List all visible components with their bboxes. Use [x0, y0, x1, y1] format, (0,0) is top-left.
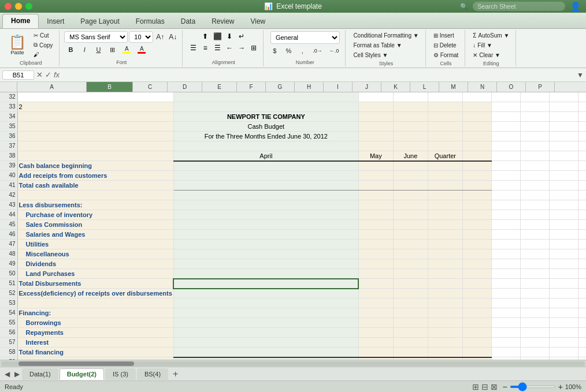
cell-c57[interactable] [358, 338, 393, 348]
cell-f53[interactable] [462, 298, 491, 308]
cell-a47[interactable]: Utilities [17, 240, 173, 249]
cell-e54[interactable] [428, 308, 462, 318]
cell-c44[interactable] [358, 210, 393, 220]
cell-j51[interactable] [578, 279, 586, 289]
cell-i32[interactable] [549, 92, 578, 102]
cell-d34[interactable] [393, 112, 428, 122]
cell-c51[interactable] [358, 279, 393, 289]
cell-f49[interactable] [462, 259, 491, 269]
row-number[interactable]: 36 [0, 132, 17, 141]
cell-d50[interactable] [393, 269, 428, 279]
increase-font-button[interactable]: A↑ [154, 31, 166, 43]
cell-h44[interactable] [520, 210, 549, 220]
cell-b49[interactable] [173, 259, 358, 269]
cell-h41[interactable] [520, 181, 549, 191]
cell-d32[interactable] [393, 92, 428, 102]
cell-d45[interactable] [393, 220, 428, 230]
cell-i36[interactable] [549, 132, 578, 141]
cell-d55[interactable] [393, 318, 428, 328]
tab-view[interactable]: View [242, 15, 273, 28]
add-sheet-button[interactable]: + [169, 368, 181, 380]
cell-d51[interactable] [393, 279, 428, 289]
cell-a45[interactable]: Sales Commission [17, 220, 173, 230]
indent-decrease-button[interactable]: ← [224, 43, 235, 53]
row-number[interactable]: 50 [0, 269, 17, 279]
col-header-d[interactable]: D [168, 82, 202, 92]
zoom-in-button[interactable]: + [558, 382, 563, 391]
border-button[interactable]: ⊞ [106, 44, 118, 55]
conditional-formatting-button[interactable]: Conditional Formatting ▼ [350, 31, 421, 40]
cell-d49[interactable] [393, 259, 428, 269]
cell-d39[interactable] [393, 161, 428, 171]
cell-f37[interactable] [462, 141, 491, 151]
cell-h38[interactable] [520, 151, 549, 161]
cell-b34[interactable]: NEWPORT TIE COMPANY [173, 112, 358, 122]
cell-h32[interactable] [520, 92, 549, 102]
cell-h43[interactable] [520, 200, 549, 210]
cell-a49[interactable]: Dividends [17, 259, 173, 269]
cell-h50[interactable] [520, 269, 549, 279]
cell-g36[interactable] [491, 132, 520, 141]
cell-e57[interactable] [428, 338, 462, 348]
cell-c58[interactable] [358, 348, 393, 357]
cell-b48[interactable] [173, 249, 358, 259]
cell-a41[interactable]: Total cash available [17, 181, 173, 191]
currency-button[interactable]: $ [268, 45, 281, 57]
cell-reference[interactable] [2, 70, 34, 80]
minimize-button[interactable] [15, 3, 22, 10]
cell-d57[interactable] [393, 338, 428, 348]
cell-i34[interactable] [549, 112, 578, 122]
cell-a51[interactable]: Total Disbursements [17, 279, 173, 289]
row-number[interactable]: 43 [0, 200, 17, 210]
cell-d40[interactable] [393, 171, 428, 181]
cell-b40[interactable] [173, 171, 358, 181]
increase-decimal-button[interactable]: .0→ [310, 45, 325, 57]
cell-e56[interactable] [428, 328, 462, 338]
italic-button[interactable]: I [78, 44, 91, 55]
cell-e53[interactable] [428, 298, 462, 308]
cell-c35[interactable] [358, 122, 393, 132]
cell-i44[interactable] [549, 210, 578, 220]
cell-f57[interactable] [462, 338, 491, 348]
cell-e36[interactable] [428, 132, 462, 141]
cell-e46[interactable] [428, 230, 462, 240]
cell-b44[interactable] [173, 210, 358, 220]
cell-i42[interactable] [549, 191, 578, 200]
tab-nav-next[interactable]: ▶ [12, 369, 22, 379]
row-number[interactable]: 45 [0, 220, 17, 230]
cell-h53[interactable] [520, 298, 549, 308]
cell-j45[interactable] [578, 220, 586, 230]
row-number[interactable]: 58 [0, 348, 17, 357]
cell-d33[interactable] [393, 102, 428, 112]
cell-f55[interactable] [462, 318, 491, 328]
col-header-i[interactable]: I [324, 82, 353, 92]
cell-h56[interactable] [520, 328, 549, 338]
cell-j53[interactable] [578, 298, 586, 308]
tab-review[interactable]: Review [203, 15, 242, 28]
cell-j44[interactable] [578, 210, 586, 220]
comma-button[interactable]: , [296, 45, 309, 57]
cell-j54[interactable] [578, 308, 586, 318]
cell-h52[interactable] [520, 289, 549, 298]
cell-a36[interactable] [17, 132, 173, 141]
row-number[interactable]: 33 [0, 102, 17, 112]
cell-a57[interactable]: Interest [17, 338, 173, 348]
cell-b36[interactable]: For the Three Months Ended June 30, 2012 [173, 132, 358, 141]
cell-i33[interactable] [549, 102, 578, 112]
cell-h48[interactable] [520, 249, 549, 259]
scroll-thumb[interactable] [18, 361, 134, 366]
cell-h49[interactable] [520, 259, 549, 269]
merge-cells-button[interactable]: ⊞ [248, 43, 259, 53]
col-header-b[interactable]: B [87, 82, 133, 92]
row-number[interactable]: 44 [0, 210, 17, 220]
cell-h34[interactable] [520, 112, 549, 122]
formula-confirm-icon[interactable]: ✓ [45, 70, 51, 79]
cell-g47[interactable] [491, 240, 520, 249]
tab-data[interactable]: Data [173, 15, 203, 28]
cell-g38[interactable] [491, 151, 520, 161]
cell-d56[interactable] [393, 328, 428, 338]
cell-i50[interactable] [549, 269, 578, 279]
cell-i55[interactable] [549, 318, 578, 328]
col-header-g[interactable]: G [266, 82, 295, 92]
cell-styles-button[interactable]: Cell Styles ▼ [350, 51, 391, 59]
